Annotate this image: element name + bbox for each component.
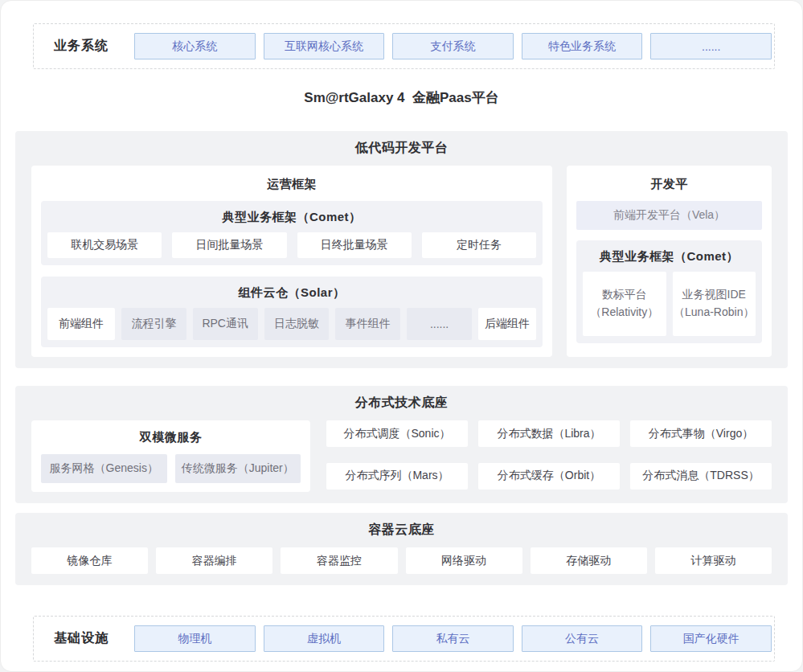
luna-robin-line1: 业务视图IDE <box>682 286 746 304</box>
container-monitoring: 容器监控 <box>281 547 397 574</box>
mars-sequence: 分布式序列（Mars） <box>326 463 468 490</box>
jupiter-microservice: 传统微服务（Jupiter） <box>175 454 301 483</box>
orbit-cache: 分布式缓存（Orbit） <box>478 463 620 490</box>
dev-comet-title: 典型业务框架（Comet） <box>583 249 756 264</box>
business-system-chip-internet-core: 互联网核心系统 <box>264 33 385 59</box>
tdrss-message: 分布式消息（TDRSS） <box>630 463 772 490</box>
solar-rpc: RPC通讯 <box>193 308 258 340</box>
business-system-chip-payment: 支付系统 <box>392 33 514 59</box>
solar-title: 组件云仓（Solar） <box>47 285 536 301</box>
distributed-base-section: 分布式技术底座 双模微服务 服务网格（Genesis） 传统微服务（Jupite… <box>15 386 788 503</box>
distributed-base-title: 分布式技术底座 <box>31 395 772 412</box>
comet-scene-day-batch: 日间批量场景 <box>172 232 286 258</box>
business-system-chip-special: 特色业务系统 <box>522 33 643 59</box>
operation-framework-title: 运营框架 <box>41 177 543 192</box>
solar-more: ...... <box>407 308 472 340</box>
infra-chip-private-cloud: 私有云 <box>392 625 514 652</box>
relativity-line1: 数标平台 <box>602 286 647 304</box>
vela-frontend-platform: 前端开发平台（Vela） <box>576 201 762 230</box>
container-cloud-section: 容器云底座 镜像仓库 容器编排 容器监控 网络驱动 存储驱动 计算驱动 <box>15 513 788 585</box>
lowcode-platform-title: 低代码开发平台 <box>31 140 772 157</box>
network-driver: 网络驱动 <box>406 547 522 574</box>
infra-chip-domestic-hw: 国产化硬件 <box>650 625 772 652</box>
dual-mode-title: 双模微服务 <box>41 430 301 445</box>
solar-flow-engine: 流程引擎 <box>121 308 186 340</box>
solar-event-components: 事件组件 <box>335 308 400 340</box>
solar-backend-components: 后端组件 <box>478 308 536 340</box>
lowcode-platform-section: 低代码开发平台 运营框架 典型业务框架（Comet） 联机交易场景 日间批量场景… <box>15 131 788 368</box>
dev-platform-panel: 开发平 前端开发平台（Vela） 典型业务框架（Comet） 数标平台 （Rel… <box>567 166 772 357</box>
relativity-line2: （Relativity） <box>590 304 658 322</box>
sonic-scheduler: 分布式调度（Sonic） <box>326 420 468 447</box>
business-systems-chips: 核心系统 互联网核心系统 支付系统 特色业务系统 ...... <box>134 33 772 59</box>
platform-title: Sm@rtGalaxy 4 金融Paas平台 <box>1 88 802 107</box>
image-registry: 镜像仓库 <box>31 547 148 574</box>
comet-scene-timer: 定时任务 <box>422 232 536 258</box>
compute-driver: 计算驱动 <box>655 547 772 574</box>
storage-driver: 存储驱动 <box>531 547 647 574</box>
business-system-chip-more: ...... <box>650 33 772 59</box>
dev-comet-subpanel: 典型业务框架（Comet） 数标平台 （Relativity） 业务视图IDE … <box>576 240 762 343</box>
operation-framework-panel: 运营框架 典型业务框架（Comet） 联机交易场景 日间批量场景 日终批量场景 … <box>31 166 552 357</box>
relativity-platform: 数标平台 （Relativity） <box>583 272 666 336</box>
business-systems-row: 业务系统 核心系统 互联网核心系统 支付系统 特色业务系统 ...... <box>33 23 775 69</box>
container-orchestration: 容器编排 <box>156 547 272 574</box>
architecture-diagram: 业务系统 核心系统 互联网核心系统 支付系统 特色业务系统 ...... Sm@… <box>0 0 803 672</box>
comet-scene-eod-batch: 日终批量场景 <box>297 232 412 258</box>
container-cloud-title: 容器云底座 <box>31 522 772 539</box>
infrastructure-chips: 物理机 虚拟机 私有云 公有云 国产化硬件 <box>134 625 772 652</box>
solar-log-masking: 日志脱敏 <box>264 308 330 340</box>
business-system-chip-core: 核心系统 <box>134 33 256 59</box>
solar-subpanel: 组件云仓（Solar） 前端组件 流程引擎 RPC通讯 日志脱敏 事件组件 ..… <box>41 277 543 347</box>
comet-scene-online: 联机交易场景 <box>47 232 162 258</box>
luna-robin-ide: 业务视图IDE （Luna-Robin） <box>673 272 756 336</box>
dev-platform-title: 开发平 <box>576 177 762 192</box>
luna-robin-line2: （Luna-Robin） <box>674 304 754 322</box>
comet-framework-subpanel: 典型业务框架（Comet） 联机交易场景 日间批量场景 日终批量场景 定时任务 <box>41 201 543 265</box>
comet-framework-title: 典型业务框架（Comet） <box>47 210 536 225</box>
genesis-service-mesh: 服务网格（Genesis） <box>41 454 167 483</box>
libra-data: 分布式数据（Libra） <box>478 420 620 447</box>
infra-chip-public-cloud: 公有云 <box>522 625 643 652</box>
dual-mode-microservice-panel: 双模微服务 服务网格（Genesis） 传统微服务（Jupiter） <box>31 420 310 492</box>
infra-chip-physical: 物理机 <box>134 625 256 652</box>
virgo-transaction: 分布式事物（Virgo） <box>630 420 772 447</box>
infrastructure-row: 基础设施 物理机 虚拟机 私有云 公有云 国产化硬件 <box>33 616 775 662</box>
infra-chip-virtual: 虚拟机 <box>264 625 385 652</box>
infrastructure-label: 基础设施 <box>54 630 117 647</box>
solar-frontend-components: 前端组件 <box>47 308 115 340</box>
business-systems-label: 业务系统 <box>54 38 117 55</box>
